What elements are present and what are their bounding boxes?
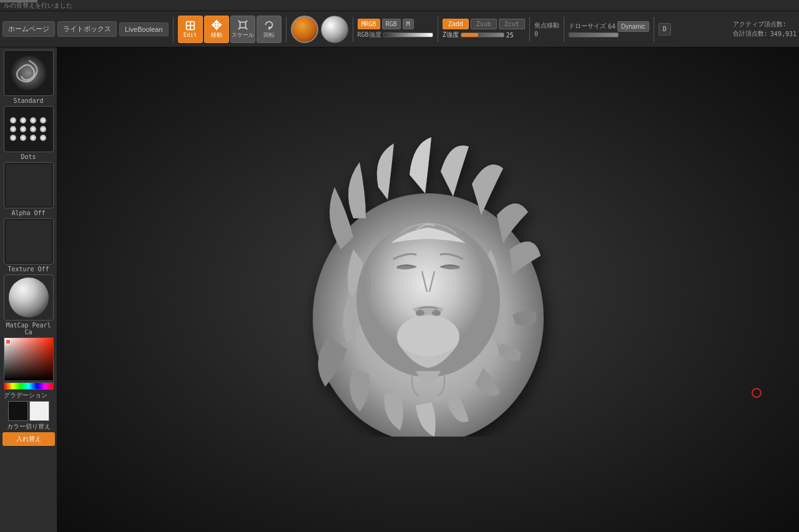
lightbox-button[interactable]: ライトボックス [57, 21, 117, 37]
divider-4 [438, 17, 438, 42]
rgb-section: MRGB RGB M RGB強度 [358, 19, 433, 39]
draw-size-section: ドローサイズ 64 Dynamic [569, 21, 649, 37]
draw-size-value: 64 [608, 23, 615, 30]
texture-item[interactable]: Texture Off [2, 218, 56, 273]
dots-brush-item[interactable]: Dots [2, 106, 56, 160]
svg-line-13 [245, 27, 247, 29]
draw-size-label: ドローサイズ [569, 22, 606, 31]
texture-preview [4, 218, 54, 264]
svg-marker-8 [218, 23, 221, 26]
rgb-intensity-slider[interactable] [383, 32, 433, 37]
active-verts-label: アクティブ頂点数: [733, 20, 797, 29]
color-picker-section: グラデーション カラー切り替え 入れ替え [2, 337, 56, 446]
rgb-intensity-label: RGB強度 [358, 31, 381, 39]
svg-rect-9 [240, 22, 245, 27]
dots-brush-preview [4, 106, 54, 152]
z-strength-slider[interactable] [461, 32, 504, 37]
z-buttons-section: Zadd Zsub Zcut Z強度 25 [443, 19, 525, 39]
dynamic-button[interactable]: Dynamic [617, 21, 649, 32]
swap-button[interactable]: 入れ替え [2, 432, 55, 446]
gradient-label: グラデーション [4, 391, 47, 400]
zadd-button[interactable]: Zadd [443, 19, 469, 29]
color-swatches [8, 401, 49, 421]
stats-section: アクティブ頂点数: 合計頂点数: 349,931 [733, 20, 797, 38]
alpha-label: Alpha Off [11, 210, 45, 216]
divider-5 [529, 17, 530, 42]
standard-brush-preview [4, 50, 54, 96]
left-sidebar: Standard Dots Alpha Off [0, 47, 57, 532]
svg-marker-7 [212, 23, 214, 26]
live-boolean-button[interactable]: LiveBoolean [119, 22, 169, 36]
matcap-button[interactable] [321, 16, 348, 43]
svg-line-11 [245, 20, 247, 22]
z-strength-label: Z強度 [443, 31, 459, 39]
divider-7 [654, 17, 654, 42]
main-area: Standard Dots Alpha Off [0, 47, 799, 532]
svg-line-12 [238, 27, 240, 29]
move-label: 移動 [211, 31, 222, 39]
color-gradient-picker[interactable] [4, 337, 54, 381]
viewport [57, 47, 799, 532]
mrgb-button[interactable]: MRGB [358, 19, 380, 29]
message-bar: ルの音替えを行いました [0, 0, 799, 11]
dots-brush-label: Dots [21, 153, 36, 160]
top-bar: ホームページ ライトボックス LiveBoolean Edit 移動 [0, 11, 799, 47]
draw-size-slider[interactable] [569, 32, 619, 37]
rotate-label: 回転 [263, 31, 275, 39]
total-verts-value: 349,931 [770, 31, 797, 37]
rotate-tool-button[interactable]: 回転 [257, 16, 282, 43]
standard-brush-item[interactable]: Standard [2, 50, 56, 104]
divider-1 [173, 17, 174, 42]
black-swatch[interactable] [8, 401, 28, 421]
matcap-sphere-preview [9, 278, 49, 317]
texture-label: Texture Off [7, 266, 49, 273]
color-hue-bar[interactable] [4, 382, 54, 390]
texture-area [6, 220, 52, 263]
white-swatch[interactable] [29, 401, 49, 421]
focal-label: 焦点移動 [534, 21, 559, 30]
material-sphere-button[interactable] [291, 16, 318, 43]
matcap-preview-box [4, 274, 54, 321]
alpha-item[interactable]: Alpha Off [2, 162, 56, 216]
z-strength-value: 25 [506, 32, 514, 39]
svg-marker-5 [215, 20, 218, 22]
svg-line-10 [238, 20, 240, 22]
matcap-item[interactable]: MatCap Pearl Ca [2, 274, 56, 336]
svg-marker-6 [215, 27, 218, 29]
home-button[interactable]: ホームページ [2, 21, 55, 37]
matcap-label: MatCap Pearl Ca [2, 322, 56, 336]
zcut-button[interactable]: Zcut [499, 19, 525, 29]
lion-sculpture [291, 125, 566, 437]
edit-label: Edit [184, 32, 197, 38]
alpha-preview [4, 162, 54, 208]
scale-label: スケール [232, 31, 254, 39]
scale-tool-button[interactable]: スケール [230, 16, 255, 43]
d-button[interactable]: D [659, 23, 671, 36]
zsub-button[interactable]: Zsub [471, 19, 497, 29]
divider-3 [353, 17, 353, 42]
total-verts-label: 合計頂点数: [733, 29, 768, 38]
m-button[interactable]: M [403, 19, 414, 29]
cursor-indicator [752, 388, 762, 398]
standard-brush-label: Standard [13, 97, 43, 104]
swirl-icon [10, 54, 47, 92]
canvas-area[interactable] [57, 47, 799, 532]
alpha-area [6, 164, 52, 206]
focal-section: 焦点移動 0 [534, 21, 559, 37]
rgb-button[interactable]: RGB [382, 19, 401, 29]
color-indicator [6, 339, 11, 344]
dots-pattern [7, 114, 51, 144]
tool-buttons: Edit 移動 スケール [178, 16, 282, 43]
divider-6 [564, 17, 564, 42]
edit-tool-button[interactable]: Edit [178, 16, 203, 43]
focal-value: 0 [534, 31, 559, 37]
divider-2 [286, 17, 287, 42]
move-tool-button[interactable]: 移動 [204, 16, 229, 43]
color-switch-label: カラー切り替え [7, 422, 51, 431]
